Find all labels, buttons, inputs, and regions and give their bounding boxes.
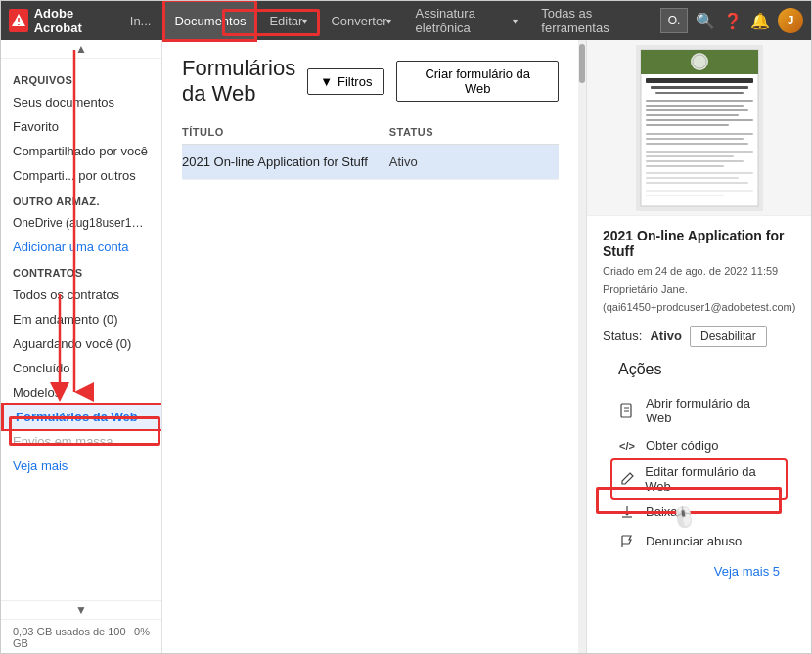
sidebar-item-todos-contratos[interactable]: Todos os contratos: [1, 283, 161, 307]
svg-rect-21: [646, 172, 753, 174]
action-abuse-label: Denunciar abuso: [646, 534, 742, 548]
app-logo[interactable]: Adobe Acrobat: [9, 6, 109, 35]
sidebar-item-seus-docs[interactable]: Seus documentos: [1, 90, 161, 114]
svg-rect-13: [646, 124, 729, 126]
sidebar-item-envios-massa[interactable]: Envios em massa: [1, 429, 161, 454]
svg-rect-8: [646, 100, 753, 102]
forms-scrollbar[interactable]: [578, 40, 586, 654]
nav-assinatura[interactable]: Assinatura eletrônica: [405, 1, 527, 40]
flag-icon: [618, 533, 636, 550]
svg-rect-15: [646, 138, 744, 140]
column-header-title: TÍTULO: [182, 126, 389, 138]
action-edit-web-form[interactable]: Editar formulário da Web: [612, 460, 786, 498]
svg-rect-22: [646, 177, 739, 179]
action-get-code[interactable]: </> Obter código: [618, 431, 780, 460]
sidebar-scroll-up-icon[interactable]: ▲: [75, 42, 87, 56]
filters-button[interactable]: ▼ Filtros: [307, 68, 384, 95]
svg-rect-18: [646, 155, 734, 157]
disable-button[interactable]: Desabilitar: [690, 326, 767, 347]
detail-created: Criado em 24 de ago. de 2022 11:59: [603, 263, 795, 280]
storage-used-text: 0,03 GB usados de 100 GB: [13, 626, 134, 649]
sidebar-section-contracts: CONTRATOS: [1, 259, 161, 283]
filter-icon: ▼: [320, 74, 333, 89]
svg-rect-23: [646, 182, 748, 184]
svg-rect-11: [646, 114, 739, 116]
sidebar-item-formularios-web[interactable]: Formulários da Web: [1, 405, 161, 429]
svg-rect-12: [646, 119, 753, 121]
help-icon[interactable]: ❓: [723, 12, 743, 30]
sidebar-item-concluido[interactable]: Concluído: [1, 356, 161, 380]
edit-icon: [618, 470, 635, 488]
sidebar-item-compartilhado-voce[interactable]: Compartilhado por você: [1, 139, 161, 163]
search-icon[interactable]: 🔍: [696, 12, 715, 30]
action-report-abuse[interactable]: Denunciar abuso: [618, 527, 780, 556]
storage-percent-text: 0%: [134, 626, 150, 649]
sidebar-add-account-link[interactable]: Adicionar uma conta: [1, 235, 161, 259]
table-header: TÍTULO STATUS: [182, 122, 559, 145]
table-row[interactable]: 2021 On-line Application for Stuff Ativo: [182, 145, 559, 180]
form-thumbnail: [587, 40, 811, 216]
svg-rect-24: [646, 190, 753, 192]
sidebar-scroll-area: ARQUIVOS Seus documentos Favorito Compar…: [1, 59, 161, 600]
action-download-label: Baixar: [646, 504, 682, 519]
sidebar-scroll-down-icon[interactable]: ▼: [75, 603, 87, 617]
actions-title: Ações: [618, 361, 780, 378]
page-title: Formulários da Web: [182, 56, 295, 107]
sidebar-see-more-link[interactable]: Veja mais: [1, 454, 161, 478]
sidebar-item-favorito[interactable]: Favorito: [1, 114, 161, 139]
svg-rect-14: [646, 133, 753, 135]
action-open-web-form[interactable]: Abrir formulário da Web: [618, 390, 780, 431]
svg-point-3: [691, 53, 708, 70]
column-header-status: STATUS: [389, 126, 559, 138]
detail-owner-email: (qai61450+prodcuser1@adobetest.com): [603, 299, 795, 316]
svg-rect-16: [646, 143, 748, 145]
svg-rect-7: [655, 92, 744, 94]
content-area: Formulários da Web ▼ Filtros Criar formu…: [162, 40, 811, 654]
sidebar-footer: 0,03 GB usados de 100 GB 0%: [1, 619, 161, 654]
bell-icon[interactable]: 🔔: [750, 12, 770, 30]
nav-documentos[interactable]: Documentos: [164, 1, 255, 40]
nav-ferramentas[interactable]: Todas as ferramentas: [531, 1, 653, 40]
user-avatar[interactable]: J: [778, 8, 803, 33]
actions-section: Ações Abrir formulário da Web </> Obter …: [603, 361, 795, 556]
status-label: Status:: [603, 328, 642, 343]
nav-search-box[interactable]: O.: [660, 8, 688, 33]
svg-rect-5: [646, 78, 753, 83]
nav-editar[interactable]: Editar: [259, 1, 317, 40]
detail-info: 2021 On-line Application for Stuff Criad…: [587, 228, 811, 579]
document-icon: [618, 402, 636, 419]
create-form-button[interactable]: Criar formulário da Web: [396, 61, 559, 102]
sidebar-item-onedrive[interactable]: OneDrive (aug18user1@d...: [1, 211, 161, 235]
nav-converter[interactable]: Converter: [321, 1, 401, 40]
detail-panel: 2021 On-line Application for Stuff Criad…: [586, 40, 811, 654]
content-main: Formulários da Web ▼ Filtros Criar formu…: [162, 40, 811, 654]
forms-header: Formulários da Web ▼ Filtros Criar formu…: [182, 56, 559, 107]
detail-status-row: Status: Ativo Desabilitar: [603, 326, 795, 347]
nav-right-actions: O. 🔍 ❓ 🔔 J: [660, 8, 803, 33]
code-icon: </>: [618, 437, 636, 455]
app-name: Adobe Acrobat: [34, 6, 109, 35]
top-navigation: Adobe Acrobat In... Documentos Editar Co…: [1, 1, 811, 40]
sidebar-item-em-andamento[interactable]: Em andamento (0): [1, 307, 161, 331]
sidebar: ▲ ARQUIVOS Seus documentos Favorito Comp…: [1, 40, 162, 654]
forms-panel: Formulários da Web ▼ Filtros Criar formu…: [162, 40, 578, 654]
acrobat-logo-icon: [9, 9, 28, 32]
row-status: Ativo: [389, 154, 559, 169]
action-open-label: Abrir formulário da Web: [646, 396, 780, 425]
action-download[interactable]: Baixar: [618, 498, 780, 527]
forms-scrollbar-thumb: [579, 44, 585, 83]
detail-owner: Proprietário Jane.: [603, 282, 795, 298]
see-more-link[interactable]: Veja mais 5: [603, 556, 795, 579]
svg-rect-20: [646, 165, 724, 167]
sidebar-item-aguardando-voce[interactable]: Aguardando você (0): [1, 331, 161, 356]
search-input-value: O.: [668, 14, 681, 27]
sidebar-item-modelos[interactable]: Modelos: [1, 380, 161, 405]
nav-inicio[interactable]: In...: [120, 1, 161, 40]
svg-rect-17: [646, 151, 753, 153]
svg-rect-6: [651, 86, 748, 89]
thumbnail-svg: [636, 45, 763, 211]
action-code-label: Obter código: [646, 438, 718, 453]
row-title: 2021 On-line Application for Stuff: [182, 154, 389, 169]
sidebar-item-compartilhado-outros[interactable]: Comparti... por outros: [1, 163, 161, 188]
svg-rect-9: [646, 105, 744, 107]
